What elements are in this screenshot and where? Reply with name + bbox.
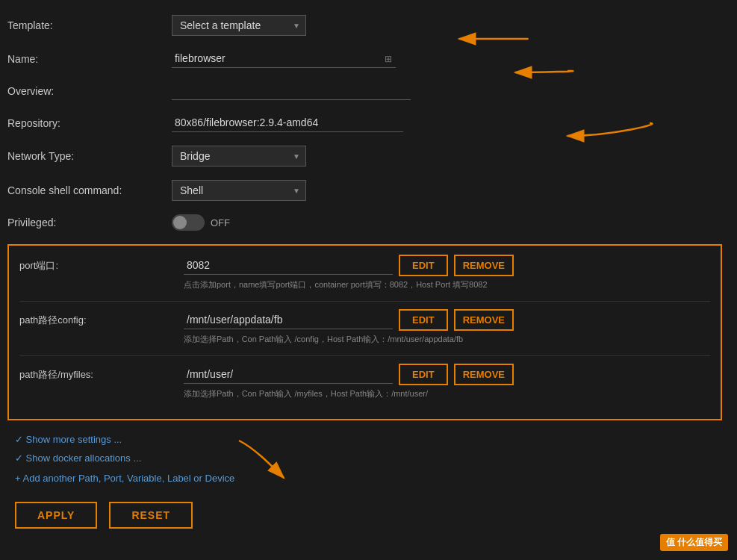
privileged-label: Privileged: [7, 217, 172, 228]
repository-input[interactable] [172, 113, 403, 132]
apply-button[interactable]: APPLY [15, 502, 97, 529]
path-config-edit-button[interactable]: EDIT [399, 309, 448, 331]
template-control: Select a template [172, 15, 722, 36]
path-config-input-row: EDIT REMOVE [184, 309, 710, 331]
privileged-row: Privileged: OFF [7, 214, 722, 231]
name-row: Name: ⊞ [7, 49, 722, 68]
port-input-row: EDIT REMOVE [184, 255, 710, 276]
repository-control [172, 113, 722, 132]
network-type-select-wrapper: Bridge Host None Custom [172, 146, 306, 167]
template-row: Template: Select a template [7, 15, 722, 36]
toggle-container: OFF [172, 214, 722, 231]
path-config-section-row: path路径config: EDIT REMOVE 添加选择Path，Con P… [19, 309, 710, 345]
toggle-slider [172, 214, 205, 231]
path-myfiles-section-row: path路径/myfiles: EDIT REMOVE 添加选择Path，Con… [19, 364, 710, 399]
port-edit-button[interactable]: EDIT [399, 255, 448, 276]
privileged-control: OFF [172, 214, 722, 231]
path-config-content: EDIT REMOVE 添加选择Path，Con Path输入 /config，… [184, 309, 710, 345]
path-myfiles-content: EDIT REMOVE 添加选择Path，Con Path输入 /myfiles… [184, 364, 710, 399]
path-myfiles-edit-button[interactable]: EDIT [399, 364, 448, 385]
console-control: Shell Bash sh [172, 180, 722, 201]
template-select[interactable]: Select a template [172, 15, 306, 36]
show-docker-allocations-text: ✓ Show docker allocations ... [15, 452, 141, 464]
overview-row: Overview: [7, 81, 722, 100]
network-type-select[interactable]: Bridge Host None Custom [172, 146, 306, 167]
port-remove-button[interactable]: REMOVE [454, 255, 514, 276]
divider-2 [19, 355, 710, 356]
show-docker-allocations-link[interactable]: ✓ Show docker allocations ... [15, 452, 722, 464]
privileged-status: OFF [211, 217, 230, 228]
path-myfiles-remove-button[interactable]: REMOVE [454, 364, 514, 385]
network-type-label: Network Type: [7, 150, 172, 162]
show-more-settings-text: ✓ Show more settings ... [15, 434, 122, 445]
path-myfiles-input[interactable] [184, 365, 393, 384]
reset-button[interactable]: RESET [109, 502, 193, 529]
overview-label: Overview: [7, 85, 172, 97]
port-input[interactable] [184, 256, 393, 275]
add-another-link[interactable]: + Add another Path, Port, Variable, Labe… [15, 473, 722, 484]
console-row: Console shell command: Shell Bash sh [7, 180, 722, 201]
path-config-label: path路径config: [19, 309, 184, 327]
path-config-remove-button[interactable]: REMOVE [454, 309, 514, 331]
port-hint: 点击添加port，name填写port端口，container port填写：8… [184, 279, 710, 290]
show-more-settings-link[interactable]: ✓ Show more settings ... [15, 434, 722, 445]
path-myfiles-input-row: EDIT REMOVE [184, 364, 710, 385]
name-control: ⊞ [172, 49, 722, 68]
overview-input[interactable] [172, 81, 411, 100]
name-label: Name: [7, 53, 172, 65]
bottom-buttons: APPLY RESET [7, 502, 722, 529]
add-another-text: + Add another Path, Port, Variable, Labe… [15, 473, 234, 484]
path-config-input[interactable] [184, 311, 393, 329]
name-input-wrapper: ⊞ [172, 49, 396, 68]
console-label: Console shell command: [7, 184, 172, 196]
network-type-control: Bridge Host None Custom [172, 146, 722, 167]
divider-1 [19, 301, 710, 302]
port-label: port端口: [19, 255, 184, 273]
name-icon: ⊞ [385, 54, 392, 64]
name-input[interactable] [172, 49, 396, 68]
console-select[interactable]: Shell Bash sh [172, 180, 306, 201]
port-section-row: port端口: EDIT REMOVE 点击添加port，name填写port端… [19, 255, 710, 290]
template-select-wrapper: Select a template [172, 15, 306, 36]
port-content: EDIT REMOVE 点击添加port，name填写port端口，contai… [184, 255, 710, 290]
template-label: Template: [7, 19, 172, 31]
console-select-wrapper: Shell Bash sh [172, 180, 306, 201]
repository-label: Repository: [7, 117, 172, 129]
network-type-row: Network Type: Bridge Host None Custom [7, 146, 722, 167]
watermark: 值 什么值得买 [660, 534, 728, 551]
sections-box: port端口: EDIT REMOVE 点击添加port，name填写port端… [7, 244, 722, 420]
overview-control [172, 81, 722, 100]
privileged-toggle[interactable] [172, 214, 205, 231]
path-config-hint: 添加选择Path，Con Path输入 /config，Host Path输入：… [184, 334, 710, 345]
path-myfiles-label: path路径/myfiles: [19, 364, 184, 382]
repository-row: Repository: [7, 113, 722, 132]
path-myfiles-hint: 添加选择Path，Con Path输入 /myfiles，Host Path输入… [184, 388, 710, 399]
